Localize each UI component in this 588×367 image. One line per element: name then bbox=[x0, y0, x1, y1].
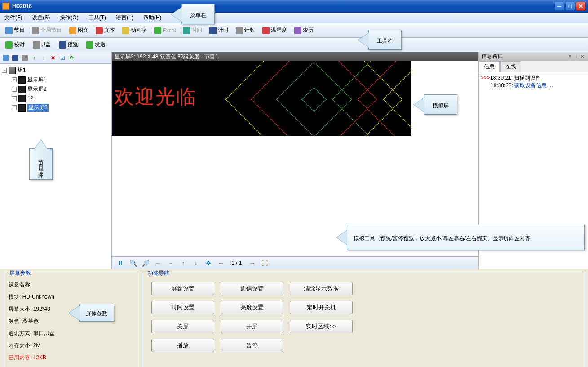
tree-item-selected[interactable]: + 显示屏3 bbox=[12, 103, 110, 112]
tb-udisk[interactable]: U盘 bbox=[30, 40, 53, 50]
screen-icon bbox=[18, 86, 26, 93]
preview-header: 显示屏3: 192 X 48 双基色 32级灰度 - 节目1 bbox=[112, 52, 478, 61]
nav-schedule[interactable]: 定时开关机 bbox=[290, 301, 353, 314]
tree-save-icon[interactable] bbox=[11, 54, 19, 62]
sim-move-icon[interactable]: ✥ bbox=[203, 258, 214, 268]
param-module: 模块: HD-Unknown bbox=[9, 293, 133, 301]
expander-icon[interactable]: + bbox=[12, 87, 17, 92]
sim-left-icon[interactable]: ← bbox=[152, 258, 164, 268]
tb-send[interactable]: 发送 bbox=[84, 40, 108, 50]
tb-lunar[interactable]: 农历 bbox=[292, 25, 316, 36]
tree-item[interactable]: + 显示屏2 bbox=[12, 85, 110, 94]
app-title: HD2016 bbox=[12, 3, 554, 9]
minimize-button[interactable]: ─ bbox=[554, 2, 564, 11]
menu-settings[interactable]: 设置(S) bbox=[30, 13, 52, 22]
tb-temphumid[interactable]: 温湿度 bbox=[260, 25, 290, 36]
nav-screen-settings[interactable]: 屏参设置 bbox=[151, 282, 214, 295]
main-toolbar: 节目 全局节目 图文 文本 动画字 Excel 时间 计时 计数 温湿度 农历 bbox=[0, 23, 588, 38]
tb-preview[interactable]: 预览 bbox=[56, 40, 81, 50]
info-title: 信息窗口 bbox=[482, 53, 566, 60]
info-tab-info[interactable]: 信息 bbox=[479, 61, 500, 72]
callout-toolbar: 工具栏 bbox=[368, 30, 402, 50]
info-close-icon[interactable]: ✕ bbox=[579, 54, 585, 59]
page-indicator: 1 / 1 bbox=[228, 260, 245, 266]
tree-copy-icon[interactable] bbox=[21, 54, 29, 62]
time-icon bbox=[183, 27, 190, 34]
info-header: 信息窗口 ▼ ⟂ ✕ bbox=[479, 52, 588, 61]
tree-root[interactable]: − 组1 bbox=[2, 66, 110, 75]
menu-help[interactable]: 帮助(H) bbox=[141, 13, 164, 22]
expander-icon[interactable]: + bbox=[12, 96, 17, 101]
tree-toolbar: ↑ ↓ ✕ ☑ ⟳ bbox=[0, 52, 111, 64]
nav-play[interactable]: 播放 bbox=[151, 339, 214, 352]
clock-icon bbox=[5, 41, 13, 49]
param-comm: 通讯方式: 串口,U盘 bbox=[9, 330, 133, 337]
nav-screen-off[interactable]: 关屏 bbox=[151, 320, 214, 333]
tb-text[interactable]: 文本 bbox=[93, 25, 118, 36]
nav-brightness[interactable]: 亮度设置 bbox=[221, 301, 283, 314]
sim-pause-icon[interactable]: ⏸ bbox=[115, 258, 126, 268]
menu-operate[interactable]: 操作(O) bbox=[58, 13, 80, 22]
tree-root-label: 组1 bbox=[18, 67, 26, 74]
tree-delete-icon[interactable]: ✕ bbox=[49, 54, 57, 62]
nav-clear-data[interactable]: 清除显示数据 bbox=[290, 282, 353, 295]
excel-icon bbox=[154, 27, 161, 34]
usb-icon bbox=[33, 41, 40, 49]
nav-comm-settings[interactable]: 通信设置 bbox=[221, 282, 283, 295]
titlebar: HD2016 ─ □ ✕ bbox=[0, 0, 588, 13]
menu-tools[interactable]: 工具(T) bbox=[87, 13, 108, 22]
tb-program[interactable]: 节目 bbox=[3, 25, 27, 36]
nav-realtime-area[interactable]: 实时区域>> bbox=[290, 320, 353, 333]
tb-animtext[interactable]: 动画字 bbox=[119, 25, 150, 36]
lunar-icon bbox=[294, 27, 301, 34]
tb-imgtext[interactable]: 图文 bbox=[66, 25, 91, 36]
tb-timer[interactable]: 计时 bbox=[207, 25, 231, 36]
animtext-icon bbox=[122, 27, 129, 34]
callout-params: 屏体参数 bbox=[79, 304, 114, 322]
tb-excel[interactable]: Excel bbox=[151, 26, 178, 36]
sim-up-icon[interactable]: ↑ bbox=[177, 258, 189, 268]
sim-zoomout-icon[interactable]: 🔎 bbox=[140, 258, 151, 268]
info-dropdown-icon[interactable]: ▼ bbox=[566, 54, 574, 59]
temp-icon bbox=[262, 27, 270, 34]
callout-simscreen: 模拟屏 bbox=[424, 94, 457, 115]
params-title: 屏幕参数 bbox=[8, 269, 33, 277]
sim-nextpage-icon[interactable]: → bbox=[246, 258, 258, 268]
tree-down-icon[interactable]: ↓ bbox=[40, 54, 48, 62]
expander-icon[interactable]: + bbox=[12, 105, 17, 110]
tree-check-icon[interactable]: ☑ bbox=[58, 54, 66, 62]
sim-zoomin-icon[interactable]: 🔍 bbox=[127, 258, 139, 268]
info-tab-online[interactable]: 在线 bbox=[500, 61, 521, 72]
tb-count[interactable]: 计数 bbox=[233, 25, 258, 36]
tb-time[interactable]: 时间 bbox=[180, 25, 205, 36]
sim-prevpage-icon[interactable]: ← bbox=[215, 258, 227, 268]
expander-icon[interactable]: − bbox=[2, 68, 7, 73]
tree-new-icon[interactable] bbox=[2, 54, 10, 62]
program-icon bbox=[5, 27, 13, 34]
menubar: 文件(F) 设置(S) 操作(O) 工具(T) 语言(L) 帮助(H) bbox=[0, 13, 588, 23]
callout-tree: 节目管理 bbox=[29, 148, 53, 180]
nav-pause[interactable]: 暂停 bbox=[221, 339, 283, 352]
sim-fit-icon[interactable]: ⛶ bbox=[259, 258, 270, 268]
tree-item[interactable]: + 12 bbox=[12, 94, 110, 103]
sim-down-icon[interactable]: ↓ bbox=[190, 258, 202, 268]
expander-icon[interactable]: + bbox=[12, 77, 17, 82]
nav-time-settings[interactable]: 时间设置 bbox=[151, 301, 214, 314]
sim-right-icon[interactable]: → bbox=[165, 258, 177, 268]
tree-refresh-icon[interactable]: ⟳ bbox=[68, 54, 76, 62]
screen-icon bbox=[18, 76, 26, 84]
param-memory: 内存大小: 2M bbox=[9, 342, 133, 349]
menu-file[interactable]: 文件(F) bbox=[3, 13, 24, 22]
tree-item[interactable]: + 显示屏1 bbox=[12, 75, 110, 85]
tree-up-icon[interactable]: ↑ bbox=[30, 54, 38, 62]
nav-screen-on[interactable]: 开屏 bbox=[221, 320, 283, 333]
callout-simtools: 模拟工具（预览/暂停预览，放大减小/靠左靠右/左右翻页）显示屏向左对齐 bbox=[347, 225, 585, 250]
tb-global-program[interactable]: 全局节目 bbox=[29, 25, 65, 36]
menu-language[interactable]: 语言(L) bbox=[114, 13, 135, 22]
info-pin-icon[interactable]: ⟂ bbox=[574, 54, 579, 59]
close-button[interactable]: ✕ bbox=[576, 2, 586, 11]
sim-toolbar: ⏸ 🔍 🔎 ← → ↑ ↓ ✥ ← 1 / 1 → ⛶ bbox=[112, 256, 478, 269]
callout-menubar: 菜单栏 bbox=[181, 4, 215, 24]
tb-timecal[interactable]: 校时 bbox=[3, 40, 27, 50]
maximize-button[interactable]: □ bbox=[565, 2, 575, 11]
